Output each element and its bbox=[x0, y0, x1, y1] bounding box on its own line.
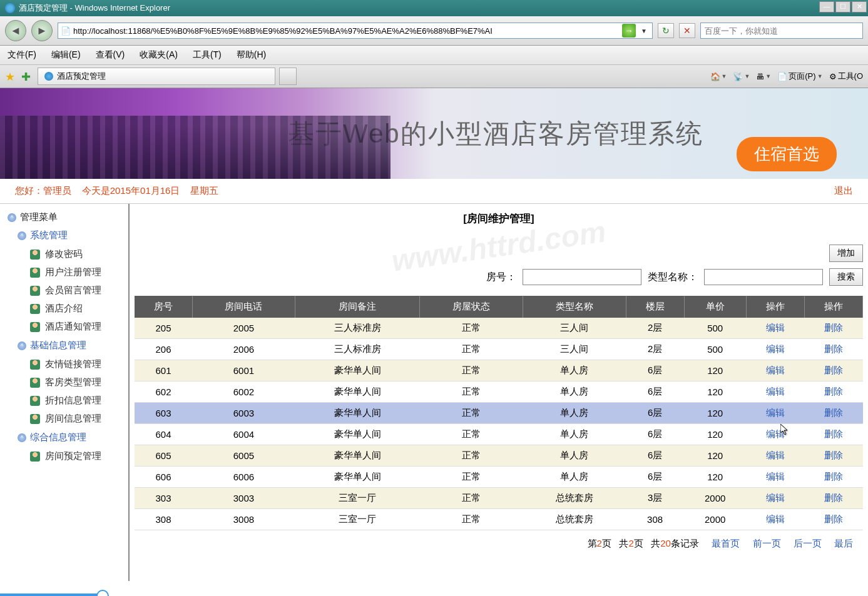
table-cell: 3层 bbox=[626, 488, 684, 509]
table-cell: 单人房 bbox=[523, 445, 626, 467]
table-cell: 6层 bbox=[626, 403, 684, 424]
pager-prev[interactable]: 前一页 bbox=[753, 538, 781, 548]
forward-button[interactable]: ► bbox=[31, 20, 53, 41]
pager-last[interactable]: 最后 bbox=[834, 538, 853, 548]
tab-favicon bbox=[44, 72, 53, 81]
sidebar-item[interactable]: 友情链接管理 bbox=[3, 355, 126, 373]
edit-link[interactable]: 编辑 bbox=[766, 365, 785, 375]
delete-link[interactable]: 删除 bbox=[824, 471, 843, 482]
page-menu[interactable]: 📄 页面(P) ▼ bbox=[777, 71, 822, 82]
menu-file[interactable]: 文件(F) bbox=[8, 49, 36, 61]
back-button[interactable]: ◄ bbox=[5, 20, 26, 41]
delete-link[interactable]: 删除 bbox=[824, 343, 843, 354]
table-cell: 206 bbox=[135, 339, 192, 360]
table-cell: 6002 bbox=[192, 381, 295, 403]
url-dropdown-icon[interactable]: ▼ bbox=[638, 28, 650, 34]
delete-link[interactable]: 删除 bbox=[824, 492, 843, 503]
sidebar-item[interactable]: 酒店通知管理 bbox=[3, 318, 126, 336]
menu-help[interactable]: 帮助(H) bbox=[237, 49, 266, 61]
sidebar-item[interactable]: 折扣信息管理 bbox=[3, 391, 126, 410]
delete-link[interactable]: 删除 bbox=[824, 365, 843, 375]
refresh-button[interactable]: ↻ bbox=[658, 23, 674, 38]
browser-search[interactable] bbox=[700, 23, 863, 39]
home-button[interactable]: 🏠▼ bbox=[710, 72, 727, 81]
feeds-button[interactable]: 📡▼ bbox=[733, 72, 750, 81]
browser-navbar: ◄ ► 📄 → ▼ ↻ ✕ bbox=[0, 16, 868, 46]
room-no-input[interactable] bbox=[523, 269, 641, 285]
table-cell: 3003 bbox=[192, 488, 295, 509]
table-cell: 6006 bbox=[192, 467, 295, 488]
delete-link[interactable]: 删除 bbox=[824, 386, 843, 396]
delete-link[interactable]: 删除 bbox=[824, 428, 843, 439]
sidebar-item[interactable]: 会员留言管理 bbox=[3, 281, 126, 300]
edit-link[interactable]: 编辑 bbox=[766, 492, 785, 503]
table-row[interactable]: 6016001豪华单人间正常单人房6层120编辑删除 bbox=[135, 360, 863, 381]
browser-search-input[interactable] bbox=[705, 26, 859, 36]
close-button[interactable]: ✕ bbox=[852, 1, 867, 13]
sidebar-category[interactable]: ^综合信息管理 bbox=[3, 428, 126, 447]
sidebar-item[interactable]: 酒店介绍 bbox=[3, 300, 126, 318]
table-row[interactable]: 3083008三室一厅正常总统套房3082000编辑删除 bbox=[135, 509, 863, 530]
sidebar-category[interactable]: ^基础信息管理 bbox=[3, 336, 126, 355]
maximize-button[interactable]: ☐ bbox=[835, 1, 850, 13]
table-header: 房间备注 bbox=[295, 296, 419, 318]
go-button[interactable]: → bbox=[622, 24, 636, 38]
table-cell: 2层 bbox=[626, 339, 684, 360]
url-input[interactable] bbox=[73, 26, 620, 36]
table-cell: 3008 bbox=[192, 509, 295, 530]
edit-link[interactable]: 编辑 bbox=[766, 322, 785, 333]
add-favorite-icon[interactable]: ✚ bbox=[21, 70, 34, 83]
menu-edit[interactable]: 编辑(E) bbox=[51, 49, 81, 61]
sidebar-item[interactable]: 用户注册管理 bbox=[3, 263, 126, 281]
edit-link[interactable]: 编辑 bbox=[766, 407, 785, 418]
table-cell: 500 bbox=[684, 318, 746, 339]
minimize-button[interactable]: — bbox=[819, 1, 834, 13]
edit-link[interactable]: 编辑 bbox=[766, 386, 785, 396]
sidebar-item[interactable]: 修改密码 bbox=[3, 245, 126, 263]
sidebar-item[interactable]: 房间预定管理 bbox=[3, 447, 126, 465]
user-icon bbox=[30, 414, 40, 424]
logout-link[interactable]: 退出 bbox=[834, 185, 853, 197]
collapse-icon[interactable]: ^ bbox=[8, 213, 16, 222]
type-name-input[interactable] bbox=[704, 269, 823, 285]
stop-button[interactable]: ✕ bbox=[679, 23, 695, 38]
table-row[interactable]: 2052005三人标准房正常三人间2层500编辑删除 bbox=[135, 318, 863, 339]
favorites-star-icon[interactable]: ★ bbox=[5, 70, 18, 83]
sidebar-item[interactable]: 房间信息管理 bbox=[3, 410, 126, 428]
edit-link[interactable]: 编辑 bbox=[766, 428, 785, 439]
table-cell: 三室一厅 bbox=[295, 509, 419, 530]
new-tab-button[interactable] bbox=[279, 68, 297, 85]
edit-link[interactable]: 编辑 bbox=[766, 450, 785, 460]
table-row[interactable]: 6036003豪华单人间正常单人房6层120编辑删除 bbox=[135, 403, 863, 424]
tools-menu[interactable]: ⚙ 工具(O bbox=[829, 71, 863, 82]
table-row[interactable]: 6026002豪华单人间正常单人房6层120编辑删除 bbox=[135, 381, 863, 403]
table-row[interactable]: 2062006三人标准房正常三人间2层500编辑删除 bbox=[135, 339, 863, 360]
sidebar-category[interactable]: ^系统管理 bbox=[3, 226, 126, 245]
edit-link[interactable]: 编辑 bbox=[766, 471, 785, 482]
sidebar-item[interactable]: 客房类型管理 bbox=[3, 373, 126, 391]
edit-link[interactable]: 编辑 bbox=[766, 343, 785, 354]
delete-link[interactable]: 删除 bbox=[824, 513, 843, 524]
pager-next[interactable]: 后一页 bbox=[794, 538, 822, 548]
add-button[interactable]: 增加 bbox=[829, 245, 863, 262]
content-title: [房间维护管理] bbox=[135, 211, 863, 226]
delete-link[interactable]: 删除 bbox=[824, 450, 843, 460]
menu-favorites[interactable]: 收藏夹(A) bbox=[140, 49, 178, 61]
table-row[interactable]: 3033003三室一厅正常总统套房3层2000编辑删除 bbox=[135, 488, 863, 509]
print-button[interactable]: 🖶▼ bbox=[756, 72, 771, 81]
delete-link[interactable]: 删除 bbox=[824, 407, 843, 418]
search-button[interactable]: 搜索 bbox=[829, 268, 863, 286]
table-cell: 单人房 bbox=[523, 467, 626, 488]
table-row[interactable]: 6056005豪华单人间正常单人房6层120编辑删除 bbox=[135, 445, 863, 467]
menu-view[interactable]: 查看(V) bbox=[96, 49, 125, 61]
edit-link[interactable]: 编辑 bbox=[766, 513, 785, 524]
table-cell: 正常 bbox=[419, 509, 523, 530]
table-cell: 豪华单人间 bbox=[295, 403, 419, 424]
menu-tools[interactable]: 工具(T) bbox=[193, 49, 222, 61]
delete-link[interactable]: 删除 bbox=[824, 322, 843, 333]
address-bar[interactable]: 📄 → ▼ bbox=[58, 23, 653, 39]
pager-first[interactable]: 最首页 bbox=[712, 538, 740, 548]
table-row[interactable]: 6046004豪华单人间正常单人房6层120编辑删除 bbox=[135, 424, 863, 445]
table-row[interactable]: 6066006豪华单人间正常单人房6层120编辑删除 bbox=[135, 467, 863, 488]
browser-tab[interactable]: 酒店预定管理 bbox=[38, 68, 275, 85]
